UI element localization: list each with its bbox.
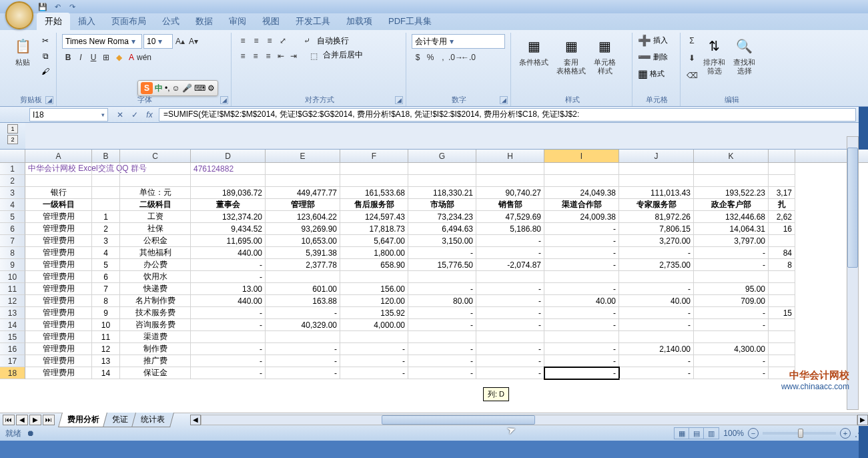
underline-icon[interactable]: U xyxy=(87,51,99,64)
phonetic-icon[interactable]: wén xyxy=(138,51,150,64)
cell[interactable]: 11 xyxy=(92,331,120,343)
qat-redo-icon[interactable]: ↷ xyxy=(66,1,78,12)
cell[interactable] xyxy=(408,331,476,343)
cell[interactable]: 17,818.73 xyxy=(340,223,408,235)
col-header[interactable]: J xyxy=(619,150,694,162)
cell[interactable]: -2,074.87 xyxy=(476,259,544,271)
tab-formulas[interactable]: 公式 xyxy=(154,13,187,30)
cell[interactable]: 制作费 xyxy=(120,343,191,355)
cell[interactable]: 3,17 xyxy=(769,187,795,199)
ime-toolbar[interactable]: S 中 •, ☺ 🎤 ⌨ ⚙ xyxy=(137,80,218,96)
indent-dec-icon[interactable]: ⇤ xyxy=(275,49,287,63)
cell[interactable]: - xyxy=(408,355,476,367)
font-size-combo[interactable]: 10▾ xyxy=(143,34,173,49)
cell[interactable]: 饮用水 xyxy=(120,271,191,283)
cell[interactable]: 161,533.68 xyxy=(340,187,408,199)
currency-icon[interactable]: $ xyxy=(412,51,424,64)
cell[interactable] xyxy=(92,187,120,199)
cell[interactable]: - xyxy=(476,247,544,259)
cell[interactable]: - xyxy=(408,283,476,295)
cell[interactable]: 111,013.43 xyxy=(619,187,694,199)
cell[interactable]: 5 xyxy=(92,259,120,271)
cell[interactable]: - xyxy=(266,307,340,319)
sheet-nav-next[interactable]: ▶ xyxy=(29,415,41,425)
cell[interactable]: - xyxy=(266,355,340,367)
enter-formula-icon[interactable]: ✓ xyxy=(128,109,141,121)
zoom-slider[interactable] xyxy=(763,432,836,435)
decrease-decimal-icon[interactable]: ←.0 xyxy=(462,51,474,64)
cell[interactable]: 10,653.00 xyxy=(266,235,340,247)
font-color-icon[interactable]: A xyxy=(125,51,137,64)
cell[interactable]: - xyxy=(694,307,769,319)
cell[interactable]: 15 xyxy=(769,307,795,319)
cell[interactable]: - xyxy=(694,355,769,367)
col-header[interactable]: I xyxy=(544,150,619,162)
cell[interactable]: - xyxy=(694,259,769,271)
cell[interactable]: 社保 xyxy=(120,223,191,235)
row-header[interactable]: 8 xyxy=(0,247,25,259)
cell[interactable]: 专家服务部 xyxy=(619,199,694,211)
col-header[interactable] xyxy=(769,150,795,162)
sheet-nav-prev[interactable]: ◀ xyxy=(16,415,28,425)
orientation-icon[interactable]: ⤢ xyxy=(277,34,289,47)
cell[interactable]: - xyxy=(544,235,619,247)
macro-record-icon[interactable]: ⏺ xyxy=(27,429,35,438)
cell[interactable]: - xyxy=(476,235,544,247)
cell[interactable]: 3,270.00 xyxy=(619,235,694,247)
cell[interactable]: 扎 xyxy=(769,199,795,211)
cell[interactable] xyxy=(340,163,408,175)
zoom-in-button[interactable]: + xyxy=(840,428,851,439)
horizontal-scrollbar[interactable] xyxy=(201,415,857,425)
cell[interactable]: 24,049.38 xyxy=(544,187,619,199)
col-header[interactable]: D xyxy=(191,150,266,162)
select-all-corner[interactable] xyxy=(0,150,25,162)
row-header[interactable]: 10 xyxy=(0,271,25,283)
cell[interactable]: 推广费 xyxy=(120,355,191,367)
col-header[interactable]: A xyxy=(25,150,92,162)
tab-addins[interactable]: 加载项 xyxy=(338,13,380,30)
tab-insert[interactable]: 插入 xyxy=(70,13,103,30)
formula-input[interactable]: =SUMIFS(凭证!$M$2:$M$2014, 凭证!$G$2:$G$2014… xyxy=(159,108,856,122)
ime-lang[interactable]: 中 xyxy=(155,83,163,94)
cell[interactable]: 118,330.21 xyxy=(408,187,476,199)
cell[interactable]: - xyxy=(408,247,476,259)
tab-view[interactable]: 视图 xyxy=(254,13,288,30)
border-icon[interactable]: ⊞ xyxy=(100,51,112,64)
cell[interactable]: 快递费 xyxy=(120,283,191,295)
cell[interactable]: 市场部 xyxy=(408,199,476,211)
align-bottom-icon[interactable]: ≡ xyxy=(264,34,276,47)
cond-format-button[interactable]: ▦条件格式 xyxy=(516,34,551,77)
cell[interactable]: 4 xyxy=(92,247,120,259)
cell[interactable]: 13.00 xyxy=(191,283,266,295)
cell[interactable]: - xyxy=(408,343,476,355)
cell[interactable] xyxy=(619,163,694,175)
cell[interactable]: - xyxy=(694,247,769,259)
cell[interactable] xyxy=(191,331,266,343)
cell[interactable] xyxy=(408,175,476,187)
cell[interactable] xyxy=(191,175,266,187)
cell[interactable]: 11,695.00 xyxy=(191,235,266,247)
bold-icon[interactable]: B xyxy=(62,51,74,64)
cell[interactable]: 5,647.00 xyxy=(340,235,408,247)
cell[interactable]: 办公费 xyxy=(120,259,191,271)
cell[interactable]: - xyxy=(619,247,694,259)
align-middle-icon[interactable]: ≡ xyxy=(250,34,262,47)
row-header[interactable]: 17 xyxy=(0,355,25,367)
cell[interactable] xyxy=(769,331,795,343)
cell[interactable] xyxy=(769,343,795,355)
cell[interactable] xyxy=(544,271,619,283)
cell[interactable]: 5,186.80 xyxy=(476,223,544,235)
cell[interactable]: 管理费用 xyxy=(25,307,92,319)
percent-icon[interactable]: % xyxy=(424,51,436,64)
number-expand[interactable]: ◢ xyxy=(500,96,508,104)
cell[interactable]: - xyxy=(191,271,266,283)
cell[interactable]: 4,000.00 xyxy=(340,319,408,331)
cell[interactable]: 1,800.00 xyxy=(340,247,408,259)
cell[interactable] xyxy=(266,175,340,187)
cell[interactable] xyxy=(408,163,476,175)
row-header[interactable]: 1 xyxy=(0,163,25,175)
cell[interactable]: 24,009.38 xyxy=(544,211,619,223)
cell[interactable]: 123,604.22 xyxy=(266,211,340,223)
cell[interactable]: - xyxy=(191,307,266,319)
cell[interactable]: 管理费用 xyxy=(25,235,92,247)
